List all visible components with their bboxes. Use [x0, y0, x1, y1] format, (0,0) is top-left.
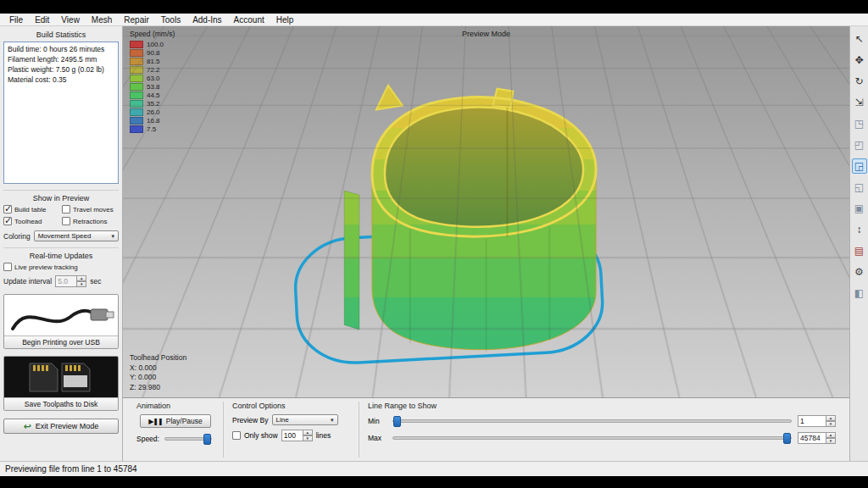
machine-control-icon[interactable]: ▤	[852, 243, 867, 258]
max-slider-handle[interactable]	[783, 433, 791, 444]
speed-slider-handle[interactable]	[203, 434, 211, 445]
settings-gear-icon[interactable]: ⚙	[852, 264, 867, 280]
chevron-down-icon: ▾	[111, 233, 114, 240]
play-pause-icon: ▶❚❚	[148, 418, 163, 425]
spin-down-icon[interactable]: ▼	[826, 421, 836, 427]
preview-mode-label: Preview Mode	[462, 30, 510, 38]
spin-up-icon[interactable]: ▲	[303, 430, 313, 435]
view-side-icon[interactable]: ◱	[852, 180, 867, 195]
update-interval-spinner[interactable]: 5.0 ▲ ▼	[55, 275, 86, 287]
menu-mesh[interactable]: Mesh	[86, 15, 118, 25]
begin-printing-usb-button[interactable]: Begin Printing over USB	[3, 294, 119, 349]
cross-section-icon[interactable]: ◧	[852, 286, 867, 301]
checkbox-toolhead[interactable]: Toolhead	[3, 217, 60, 225]
only-show-label: Only show	[244, 431, 278, 440]
spin-down-icon[interactable]: ▼	[303, 435, 313, 441]
preview-controls-panel: Animation ▶❚❚ Play/Pause Speed: Control …	[123, 398, 849, 461]
travel-moves-checkbox[interactable]	[62, 205, 70, 214]
rotate-tool-icon[interactable]: ↻	[852, 74, 867, 89]
only-show-spinner[interactable]: 100 ▲ ▼	[281, 430, 313, 441]
toolhead-position-title: Toolhead Position	[130, 353, 186, 363]
checkbox-travel-moves[interactable]: Travel moves	[62, 205, 119, 214]
usb-button-label: Begin Printing over USB	[4, 336, 118, 348]
chevron-down-icon: ▾	[331, 417, 334, 424]
update-interval-value[interactable]: 5.0	[55, 275, 77, 287]
preview-by-value: Line	[276, 416, 289, 424]
only-show-checkbox[interactable]	[232, 431, 241, 440]
min-slider[interactable]	[392, 419, 792, 423]
spin-up-icon[interactable]: ▲	[826, 432, 836, 438]
view-iso-icon[interactable]: ▣	[852, 201, 867, 216]
legend-swatch	[130, 108, 143, 116]
measure-tool-icon[interactable]: ↕	[852, 222, 867, 237]
app-window: File Edit View Mesh Repair Tools Add-Ins…	[0, 0, 868, 488]
toolhead-y: Y: 0.000	[130, 373, 186, 382]
sd-card-image	[4, 357, 118, 397]
coloring-value: Movement Speed	[38, 232, 92, 240]
menu-addins[interactable]: Add-Ins	[186, 15, 227, 25]
legend-swatch	[130, 83, 143, 91]
scale-tool-icon[interactable]: ⇲	[852, 95, 867, 110]
legend-swatch	[130, 75, 143, 82]
max-slider[interactable]	[392, 436, 792, 440]
live-preview-checkbox[interactable]	[3, 263, 12, 271]
build-statistics-title: Build Statistics	[3, 30, 119, 39]
build-table-checkbox[interactable]	[3, 205, 12, 214]
usb-cable-image	[4, 295, 118, 336]
min-value[interactable]: 1	[798, 415, 826, 427]
spin-up-icon[interactable]: ▲	[77, 275, 86, 281]
menu-repair[interactable]: Repair	[118, 15, 154, 25]
checkbox-build-table[interactable]: Build table	[3, 205, 60, 214]
legend-title: Speed (mm/s)	[130, 30, 175, 38]
legend-swatch	[130, 41, 143, 48]
update-interval-unit: sec	[90, 277, 101, 286]
window-bottom-edge	[0, 476, 868, 488]
build-table-label: Build table	[14, 206, 46, 214]
menu-view[interactable]: View	[55, 15, 86, 25]
preview-by-select[interactable]: Line ▾	[272, 414, 338, 425]
menu-file[interactable]: File	[3, 15, 29, 25]
view-toolbar: ↖ ✥ ↻ ⇲ ◳ ◰ ◲ ◱ ▣ ↕ ▤ ⚙ ◧	[849, 26, 868, 461]
coloring-select[interactable]: Movement Speed ▾	[34, 230, 119, 241]
view-top-icon[interactable]: ◰	[852, 137, 867, 152]
speed-label: Speed:	[136, 435, 159, 443]
only-show-value[interactable]: 100	[281, 430, 303, 441]
status-bar: Previewing file from line 1 to 45784	[0, 461, 868, 476]
toolhead-position: Toolhead Position X: 0.000 Y: 0.000 Z: 2…	[130, 353, 186, 392]
save-toolpaths-disk-button[interactable]: Save Toolpaths to Disk	[3, 356, 119, 411]
speed-slider[interactable]	[164, 437, 212, 441]
min-slider-handle[interactable]	[393, 416, 401, 427]
spin-down-icon[interactable]: ▼	[77, 281, 86, 287]
move-tool-icon[interactable]: ✥	[852, 53, 867, 68]
play-pause-label: Play/Pause	[166, 417, 203, 425]
exit-preview-mode-button[interactable]: ↩ Exit Preview Mode	[3, 419, 119, 434]
checkbox-live-preview[interactable]: Live preview tracking	[3, 263, 119, 271]
menu-help[interactable]: Help	[270, 15, 300, 25]
checkbox-retractions[interactable]: Retractions	[62, 217, 119, 225]
toolhead-checkbox[interactable]	[3, 217, 12, 225]
stat-build-time: Build time: 0 hours 26 minutes	[8, 45, 114, 55]
spin-down-icon[interactable]: ▼	[826, 438, 836, 444]
model-3d-render[interactable]	[123, 26, 849, 397]
min-spinner[interactable]: 1 ▲ ▼	[798, 415, 836, 427]
max-spinner[interactable]: 45784 ▲ ▼	[798, 432, 836, 444]
legend-swatch	[130, 100, 143, 108]
view-default-icon[interactable]: ◳	[852, 116, 867, 131]
max-label: Max	[368, 434, 387, 442]
play-pause-button[interactable]: ▶❚❚ Play/Pause	[140, 414, 211, 428]
menu-account[interactable]: Account	[228, 15, 270, 25]
view-front-icon[interactable]: ◲	[852, 158, 867, 174]
coloring-label: Coloring	[3, 232, 31, 241]
exit-button-label: Exit Preview Mode	[36, 422, 99, 430]
spin-up-icon[interactable]: ▲	[826, 415, 836, 421]
menu-tools[interactable]: Tools	[155, 15, 186, 25]
legend-swatch	[130, 66, 143, 74]
update-interval-arrows[interactable]: ▲ ▼	[77, 275, 86, 287]
legend-swatch	[130, 92, 143, 99]
travel-moves-label: Travel moves	[73, 206, 114, 214]
retractions-checkbox[interactable]	[62, 217, 70, 225]
menu-edit[interactable]: Edit	[29, 15, 55, 25]
select-tool-icon[interactable]: ↖	[852, 31, 867, 47]
max-value[interactable]: 45784	[798, 432, 826, 444]
3d-viewport[interactable]: Preview Mode Speed (mm/s) 100.0 90.8 81.…	[123, 26, 849, 398]
